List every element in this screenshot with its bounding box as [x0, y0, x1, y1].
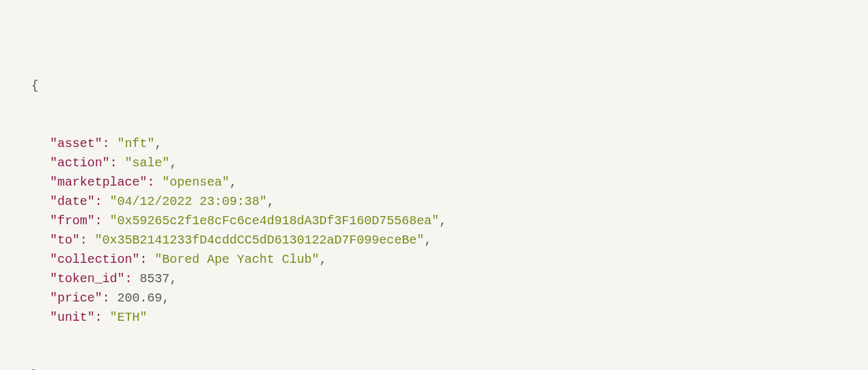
json-colon: :: [140, 252, 147, 267]
json-key: "token_id": [50, 272, 125, 286]
json-line: "marketplace": "opensea",: [31, 173, 837, 192]
json-value: "sale": [125, 156, 170, 170]
json-key: "asset": [50, 136, 102, 151]
json-line: "token_id": 8537,: [31, 269, 837, 288]
json-comma: ,: [170, 156, 177, 170]
json-colon: :: [147, 175, 155, 189]
json-value: "nft": [117, 136, 155, 151]
json-value: "Bored Ape Yacht Club": [155, 252, 319, 267]
json-comma: ,: [155, 136, 162, 151]
json-key: "unit": [50, 310, 95, 325]
json-colon: :: [95, 194, 102, 209]
json-line: "unit": "ETH": [31, 308, 837, 327]
json-line: "date": "04/12/2022 23:09:38",: [31, 192, 837, 211]
json-key: "marketplace": [50, 175, 147, 189]
json-value: "04/12/2022 23:09:38": [110, 194, 267, 209]
json-comma: ,: [424, 233, 432, 247]
json-value: "0x35B2141233fD4cddCC5dD6130122aD7F099ec…: [95, 233, 424, 247]
json-colon: :: [102, 291, 110, 305]
json-colon: :: [110, 156, 117, 170]
json-comma: ,: [267, 194, 274, 209]
json-line: "to": "0x35B2141233fD4cddCC5dD6130122aD7…: [31, 230, 837, 250]
json-entries: "asset": "nft","action": "sale","marketp…: [31, 134, 837, 327]
json-colon: :: [125, 272, 132, 286]
json-value: 8537: [140, 272, 170, 286]
json-key: "collection": [50, 252, 140, 267]
json-value: "opensea": [162, 175, 229, 189]
json-key: "from": [50, 214, 95, 228]
json-value: "0x59265c2f1e8cFc6ce4d918dA3Df3F160D7556…: [110, 214, 439, 228]
json-key: "action": [50, 156, 110, 170]
json-line: "from": "0x59265c2f1e8cFc6ce4d918dA3Df3F…: [31, 211, 837, 230]
json-line: "action": "sale",: [31, 153, 837, 173]
json-comma: ,: [170, 272, 177, 286]
json-comma: ,: [439, 214, 446, 228]
json-comma: ,: [319, 252, 327, 267]
json-key: "price": [50, 291, 102, 305]
json-colon: :: [102, 136, 110, 151]
json-comma: ,: [162, 291, 170, 305]
json-line: "asset": "nft",: [31, 134, 837, 153]
json-code-block: { "asset": "nft","action": "sale","marke…: [31, 37, 837, 370]
json-line: "price": 200.69,: [31, 288, 837, 308]
json-key: "to": [50, 233, 80, 247]
json-line: "collection": "Bored Ape Yacht Club",: [31, 250, 837, 269]
json-value: "ETH": [110, 310, 147, 325]
json-colon: :: [80, 233, 87, 247]
json-colon: :: [95, 310, 102, 325]
json-value: 200.69: [117, 291, 162, 305]
json-comma: ,: [229, 175, 237, 189]
json-key: "date": [50, 194, 95, 209]
json-colon: :: [95, 214, 102, 228]
open-brace: {: [31, 78, 39, 93]
